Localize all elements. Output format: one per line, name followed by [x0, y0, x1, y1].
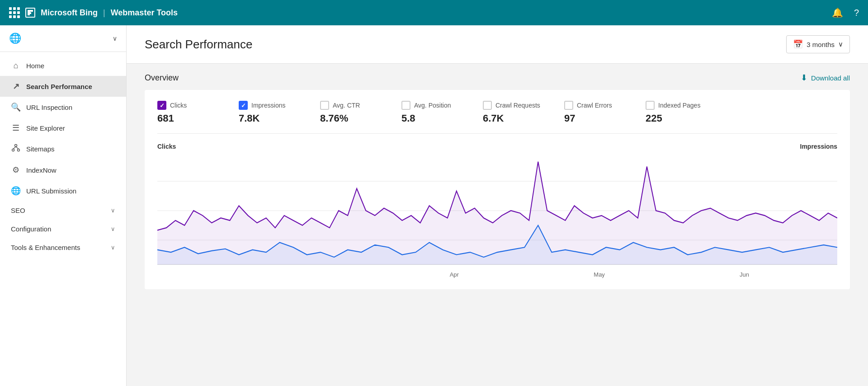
- crawl-requests-checkbox[interactable]: [483, 101, 492, 110]
- chart-right-label: Impressions: [800, 143, 837, 150]
- help-icon[interactable]: ?: [854, 8, 859, 18]
- crawl-errors-checkbox-row: Crawl Errors: [564, 101, 627, 110]
- overview-section: Overview ⬇ Download all ✓ Clicks: [127, 64, 868, 386]
- metric-clicks[interactable]: ✓ Clicks 681: [157, 101, 239, 124]
- sidebar-item-label: Sitemaps: [26, 145, 115, 153]
- metric-crawl-requests[interactable]: Crawl Requests 6.7K: [483, 101, 564, 124]
- tools-chevron-icon: ∨: [111, 244, 115, 251]
- svg-point-5: [12, 149, 14, 151]
- sidebar-item-tools-enhancements[interactable]: Tools & Enhancements ∨: [0, 238, 126, 257]
- metric-avg-position[interactable]: Avg. Position 5.8: [401, 101, 483, 124]
- x-label-jun: Jun: [672, 271, 817, 278]
- svg-rect-2: [28, 10, 33, 12]
- indexed-pages-checkbox-row: Indexed Pages: [646, 101, 709, 110]
- top-bar-right: 🔔 ?: [832, 7, 859, 18]
- crawl-errors-label: Crawl Errors: [577, 102, 612, 109]
- sidebar-item-url-inspection[interactable]: 🔍 URL Inspection: [0, 97, 126, 118]
- chart-svg: [157, 152, 837, 269]
- chart-area: Clicks Impressions: [157, 143, 837, 278]
- metrics-card: ✓ Clicks 681 ✓ Impressions: [145, 90, 850, 289]
- indexed-pages-checkbox[interactable]: [646, 101, 655, 110]
- avg-ctr-value: 8.76%: [320, 113, 383, 124]
- metric-avg-ctr[interactable]: Avg. CTR 8.76%: [320, 101, 401, 124]
- avg-position-label: Avg. Position: [414, 102, 451, 109]
- crawl-requests-label: Crawl Requests: [495, 102, 540, 109]
- sidebar-item-label: Tools & Enhancements: [11, 244, 105, 251]
- chart-labels: Clicks Impressions: [157, 143, 837, 150]
- avg-position-checkbox[interactable]: [401, 101, 410, 110]
- metric-crawl-errors[interactable]: Crawl Errors 97: [564, 101, 646, 124]
- metric-impressions[interactable]: ✓ Impressions 7.8K: [239, 101, 320, 124]
- sidebar-item-home[interactable]: ⌂ Home: [0, 56, 126, 76]
- home-icon: ⌂: [11, 61, 21, 71]
- bing-logo-icon: [25, 8, 35, 18]
- page-title: Search Performance: [145, 38, 252, 52]
- crawl-errors-checkbox[interactable]: [564, 101, 573, 110]
- grid-menu-icon[interactable]: [9, 7, 20, 18]
- sidebar-nav: ⌂ Home ↗ Search Performance 🔍 URL Inspec…: [0, 52, 126, 386]
- sidebar-item-label: Configuration: [11, 225, 105, 233]
- sidebar: 🌐 ∨ ⌂ Home ↗ Search Performance 🔍 URL In…: [0, 25, 127, 386]
- site-selector-chevron: ∨: [113, 35, 117, 42]
- main-header: Search Performance 📅 3 months ∨: [127, 25, 868, 64]
- app-title: Microsoft Bing | Webmaster Tools: [41, 8, 178, 18]
- download-all-button[interactable]: ⬇ Download all: [801, 73, 850, 83]
- crawl-requests-checkbox-row: Crawl Requests: [483, 101, 546, 110]
- avg-ctr-label: Avg. CTR: [333, 102, 360, 109]
- sidebar-item-search-performance[interactable]: ↗ Search Performance: [0, 76, 126, 97]
- sidebar-item-sitemaps[interactable]: Sitemaps: [0, 138, 126, 160]
- crawl-errors-value: 97: [564, 113, 627, 124]
- sidebar-item-configuration[interactable]: Configuration ∨: [0, 220, 126, 238]
- chart-left-label: Clicks: [157, 143, 176, 150]
- sidebar-item-label: IndexNow: [26, 166, 115, 174]
- svg-point-4: [15, 145, 17, 147]
- sidebar-item-indexnow[interactable]: ⚙ IndexNow: [0, 160, 126, 180]
- top-bar: Microsoft Bing | Webmaster Tools 🔔 ?: [0, 0, 868, 25]
- indexed-pages-value: 225: [646, 113, 709, 124]
- download-icon: ⬇: [801, 73, 807, 83]
- impressions-checkbox[interactable]: ✓: [239, 101, 248, 110]
- x-label-may: May: [527, 271, 672, 278]
- avg-position-checkbox-row: Avg. Position: [401, 101, 465, 110]
- date-filter-label: 3 months: [807, 41, 835, 48]
- indexnow-icon: ⚙: [11, 165, 21, 175]
- chart-x-labels: Apr May Jun: [157, 269, 837, 278]
- main-content: Search Performance 📅 3 months ∨ Overview…: [127, 25, 868, 386]
- chart-container: [157, 152, 837, 269]
- sidebar-item-label: URL Inspection: [26, 104, 115, 111]
- svg-rect-3: [28, 12, 31, 14]
- impressions-label: Impressions: [251, 102, 285, 109]
- sidebar-item-label: URL Submission: [26, 187, 115, 195]
- notification-icon[interactable]: 🔔: [832, 7, 843, 18]
- seo-chevron-icon: ∨: [111, 207, 115, 214]
- clicks-label: Clicks: [170, 102, 187, 109]
- site-selector[interactable]: 🌐 ∨: [0, 25, 126, 52]
- clicks-checkbox-row: ✓ Clicks: [157, 101, 221, 110]
- indexed-pages-label: Indexed Pages: [658, 102, 700, 109]
- sidebar-item-seo[interactable]: SEO ∨: [0, 201, 126, 220]
- svg-marker-14: [157, 162, 837, 265]
- impressions-checkbox-row: ✓ Impressions: [239, 101, 302, 110]
- avg-position-value: 5.8: [401, 113, 465, 124]
- overview-header: Overview ⬇ Download all: [145, 64, 850, 90]
- svg-point-6: [18, 149, 20, 151]
- svg-line-7: [13, 147, 16, 149]
- clicks-value: 681: [157, 113, 221, 124]
- sidebar-item-url-submission[interactable]: 🌐 URL Submission: [0, 180, 126, 201]
- overview-title: Overview: [145, 73, 179, 83]
- sidebar-item-label: Home: [26, 62, 115, 70]
- avg-ctr-checkbox[interactable]: [320, 101, 329, 110]
- avg-ctr-checkbox-row: Avg. CTR: [320, 101, 383, 110]
- metric-indexed-pages[interactable]: Indexed Pages 225: [646, 101, 727, 124]
- date-filter[interactable]: 📅 3 months ∨: [786, 35, 850, 53]
- x-label-apr: Apr: [382, 271, 527, 278]
- clicks-checkbox[interactable]: ✓: [157, 101, 166, 110]
- metrics-row: ✓ Clicks 681 ✓ Impressions: [157, 101, 837, 134]
- globe-icon: 🌐: [9, 33, 21, 44]
- top-bar-left: Microsoft Bing | Webmaster Tools: [9, 7, 178, 18]
- date-filter-chevron: ∨: [838, 40, 843, 48]
- layout: 🌐 ∨ ⌂ Home ↗ Search Performance 🔍 URL In…: [0, 25, 868, 386]
- calendar-icon: 📅: [793, 39, 803, 49]
- sidebar-item-label: Search Performance: [26, 83, 115, 90]
- sidebar-item-site-explorer[interactable]: ☰ Site Explorer: [0, 118, 126, 138]
